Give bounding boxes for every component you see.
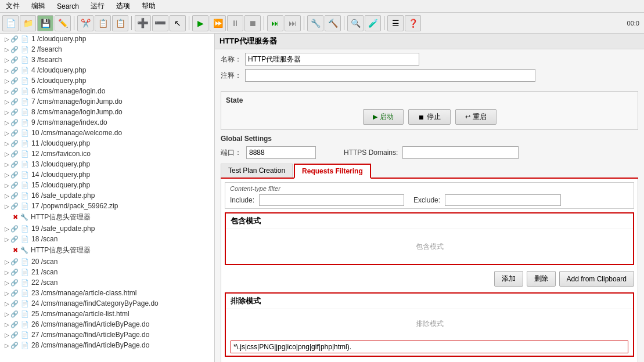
list-item[interactable]: ✖ 🔧 HTTP信息头管理器 — [0, 244, 214, 256]
start-button[interactable]: ▶ 启动 — [363, 109, 404, 125]
https-input[interactable] — [402, 146, 519, 159]
tool2-button[interactable]: 🔨 — [325, 15, 341, 31]
list-item[interactable]: ▷ 🔗 📄 24 /cms/manage/findCategoryByPage.… — [0, 298, 214, 309]
open-folder-button[interactable]: 📁 — [20, 15, 36, 31]
page-icon: 📄 — [21, 108, 29, 116]
expand-arrow: ▷ — [5, 226, 9, 232]
new-button[interactable]: 📄 — [2, 15, 19, 31]
tab-requests-filter[interactable]: Requests Filtering — [294, 164, 371, 179]
tool1-button[interactable]: 🔧 — [307, 15, 323, 31]
help-button[interactable]: ❓ — [405, 15, 421, 31]
port-input[interactable] — [246, 146, 316, 159]
indent-button[interactable]: ↖ — [170, 15, 186, 31]
include-input[interactable] — [259, 194, 404, 206]
list-item[interactable]: ▷ 🔗 📄 11 /cloudquery.php — [0, 138, 214, 149]
page-icon: 📄 — [21, 77, 29, 85]
copy-button[interactable]: 📋 — [95, 15, 111, 31]
list-item[interactable]: ▷ 🔗 📄 8 /cms/manage/loginJump.do — [0, 107, 214, 117]
expand-arrow: ▷ — [5, 78, 9, 84]
panel-title: HTTP代理服务器 — [215, 34, 644, 49]
list-item[interactable]: ▷ 🔗 📄 10 /cms/manage/welcome.do — [0, 128, 214, 138]
stop-button[interactable]: ⏹ — [244, 15, 261, 31]
name-input[interactable] — [245, 53, 419, 66]
list-item[interactable]: ▷ 🔗 📄 6 /cms/manage/login.do — [0, 86, 214, 96]
forward-button[interactable]: ⏭ — [267, 15, 283, 31]
action-row: 添加 删除 Add from Clipboard — [225, 269, 634, 289]
stop-icon: ⏹ — [418, 114, 424, 121]
comment-input[interactable] — [245, 69, 535, 82]
list-item[interactable]: ▷ 🔗 📄 22 /scan — [0, 277, 214, 288]
edit-button[interactable]: ✏️ — [55, 15, 71, 31]
list-item[interactable]: ▷ 🔗 📄 21 /scan — [0, 267, 214, 277]
expand-arrow: ▷ — [5, 332, 9, 338]
list-item[interactable]: ▷ 🔗 📄 20 /scan — [0, 256, 214, 267]
list-item[interactable]: ▷ 🔗 📄 14 /cloudquery.php — [0, 169, 214, 180]
chain-icon: 🔗 — [10, 342, 19, 349]
menu-file[interactable]: 文件 — [2, 0, 23, 12]
save-button[interactable]: 💾 — [37, 15, 53, 31]
flask-button[interactable]: 🧪 — [365, 15, 381, 31]
list-item[interactable]: ▷ 🔗 📄 17 /popwnd/pack_59962.zip — [0, 201, 214, 211]
menu-help[interactable]: 帮助 — [138, 0, 159, 12]
play-fast-button[interactable]: ⏩ — [210, 15, 226, 31]
restart-button[interactable]: ↩ 重启 — [455, 109, 497, 125]
list-item[interactable]: ▷ 🔗 📄 13 /cloudquery.php — [0, 159, 214, 169]
add-button[interactable]: ➕ — [135, 15, 151, 31]
menu-edit[interactable]: 编辑 — [28, 0, 49, 12]
tabs-header: Test Plan Creation Requests Filtering — [221, 164, 638, 179]
menu-run[interactable]: 运行 — [87, 0, 108, 12]
list-item[interactable]: ▷ 🔗 📄 12 /cms/favicon.ico — [0, 149, 214, 159]
paste-button[interactable]: 📋 — [112, 15, 128, 31]
pause-button[interactable]: ⏸ — [227, 15, 243, 31]
list-item[interactable]: ▷ 🔗 📄 9 /cms/manage/index.do — [0, 117, 214, 128]
list-item[interactable]: ▷ 🔗 📄 15 /cloudquery.php — [0, 180, 214, 190]
list-item[interactable]: ▷ 🔗 📄 5 /cloudquery.php — [0, 75, 214, 86]
menu-options[interactable]: 选项 — [113, 0, 134, 12]
list-item[interactable]: ▷ 🔗 📄 26 /cms/manage/findArticleByPage.d… — [0, 319, 214, 330]
page-icon: 📄 — [21, 35, 29, 43]
page-icon: 📄 — [21, 140, 29, 147]
expand-arrow: ▷ — [5, 301, 9, 307]
separator-6 — [344, 16, 344, 30]
list-item[interactable]: ▷ 🔗 📄 4 /cloudquery.php — [0, 65, 214, 75]
exclude-mode-placeholder: 排除模式 — [226, 309, 633, 338]
filter-row: Include: Exclude: — [230, 194, 629, 206]
comment-label: 注释： — [221, 71, 242, 81]
play-button[interactable]: ▶ — [192, 15, 208, 31]
delete-item-button[interactable]: 删除 — [527, 271, 556, 287]
page-icon: 📄 — [21, 129, 29, 137]
restart-icon: ↩ — [465, 113, 470, 121]
stop-button[interactable]: ⏹ 停止 — [408, 109, 451, 125]
list-item[interactable]: ▷ 🔗 📄 25 /cms/manage/article-list.html — [0, 309, 214, 319]
list-item[interactable]: ▷ 🔗 📄 2 /fsearch — [0, 44, 214, 55]
search-button[interactable]: 🔍 — [347, 15, 364, 31]
page-icon: 📄 — [21, 289, 29, 297]
exclude-mode-input[interactable] — [231, 341, 628, 353]
list-item[interactable]: ▷ 🔗 📄 3 /fsearch — [0, 55, 214, 65]
list-item[interactable]: ▷ 🔗 📄 1 /cloudquery.php — [0, 34, 214, 44]
remove-button[interactable]: ➖ — [152, 15, 168, 31]
list-item[interactable]: ▷ 🔗 📄 23 /cms/manage/article-class.html — [0, 288, 214, 298]
list-item[interactable]: ▷ 🔗 📄 28 /cms/manage/findArticleByPage.d… — [0, 340, 214, 350]
list-item[interactable]: ▷ 🔗 📄 18 /scan — [0, 234, 214, 244]
expand-arrow: ▷ — [5, 46, 9, 53]
exclude-input[interactable] — [445, 194, 561, 206]
name-section: 名称： 注释： — [215, 49, 644, 89]
clipboard-button[interactable]: Add from Clipboard — [559, 271, 634, 287]
add-item-button[interactable]: 添加 — [494, 271, 523, 287]
tab-test-plan[interactable]: Test Plan Creation — [221, 164, 293, 178]
menu-search[interactable]: Search — [53, 1, 82, 12]
list-item[interactable]: ▷ 🔗 📄 19 /safe_update.php — [0, 223, 214, 234]
tab-content: Content-type filter Include: Exclude: 包含… — [221, 179, 638, 362]
cut-button[interactable]: ✂️ — [77, 15, 93, 31]
expand-arrow: ▷ — [5, 290, 9, 296]
chain-icon: 🔗 — [10, 225, 19, 233]
skip-button[interactable]: ⏭ — [285, 15, 301, 31]
chain-icon: 🔗 — [10, 161, 19, 168]
list-item[interactable]: ▷ 🔗 📄 27 /cms/manage/findArticleByPage.d… — [0, 330, 214, 340]
list-item[interactable]: ▷ 🔗 📄 16 /safe_update.php — [0, 190, 214, 201]
list-item[interactable]: ✖ 🔧 HTTP信息头管理器 — [0, 211, 214, 223]
separator-5 — [304, 16, 304, 30]
list-button[interactable]: ☰ — [387, 15, 404, 31]
list-item[interactable]: ▷ 🔗 📄 7 /cms/manage/loginJump.do — [0, 96, 214, 107]
